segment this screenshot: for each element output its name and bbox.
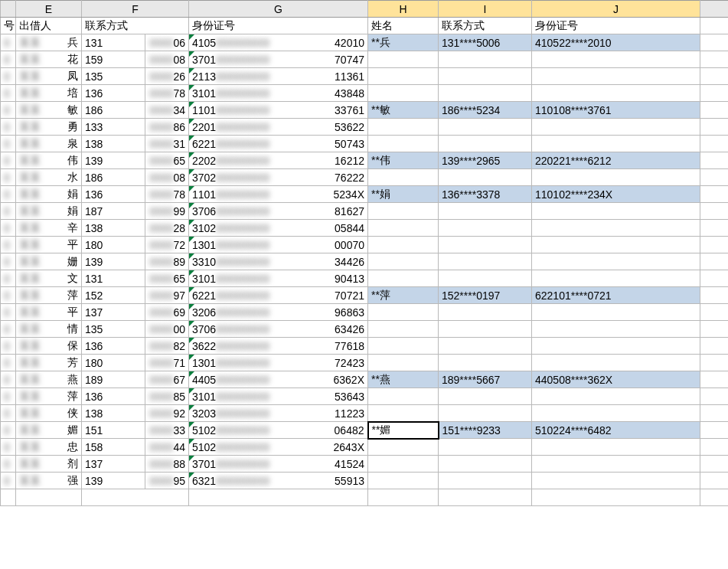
cell-masked-phone[interactable] (439, 51, 532, 68)
cell-masked-phone[interactable]: 131****5006 (439, 34, 532, 51)
cell-masked-phone[interactable]: 151****9233 (439, 422, 532, 439)
cell[interactable] (700, 338, 729, 355)
cell-id[interactable]: 11010000000005234X (189, 186, 368, 203)
cell[interactable]: 0 (1, 355, 16, 371)
cell-masked-name[interactable] (368, 237, 439, 253)
cell-masked-id[interactable] (532, 51, 700, 68)
cell-phone[interactable]: 137000088 (82, 456, 189, 473)
cell-masked-phone[interactable]: 186****5234 (439, 102, 532, 119)
cell[interactable]: 0 (1, 371, 16, 388)
cell-id[interactable]: 510200000000006482 (189, 422, 368, 439)
cell[interactable]: 0 (1, 136, 16, 152)
cell[interactable] (700, 119, 729, 136)
cell-name[interactable]: 某某勇 (16, 119, 82, 136)
cell[interactable]: 0 (1, 473, 16, 489)
col-header-d[interactable] (1, 1, 16, 18)
cell[interactable] (700, 186, 729, 203)
cell-masked-id[interactable] (532, 456, 700, 473)
cell-name[interactable]: 某某凤 (16, 68, 82, 85)
cell-id[interactable]: 632100000000055913 (189, 473, 368, 489)
cell-id[interactable]: 320600000000096863 (189, 304, 368, 321)
cell-phone[interactable]: 136000082 (82, 338, 189, 355)
cell[interactable]: 0 (1, 338, 16, 355)
col-header-k[interactable] (700, 1, 729, 18)
cell-masked-phone[interactable] (439, 456, 532, 473)
cell-masked-phone[interactable] (439, 68, 532, 85)
cell[interactable] (700, 237, 729, 253)
cell-phone[interactable]: 137000069 (82, 304, 189, 321)
cell-masked-name[interactable] (368, 51, 439, 68)
cell[interactable] (439, 489, 532, 506)
cell[interactable] (532, 489, 700, 506)
cell[interactable]: 0 (1, 203, 16, 220)
cell-phone[interactable]: 158000044 (82, 439, 189, 456)
cell-phone[interactable]: 159000008 (82, 51, 189, 68)
cell-phone[interactable]: 138000028 (82, 220, 189, 237)
cell-phone[interactable]: 133000086 (82, 119, 189, 136)
cell-masked-name[interactable] (368, 85, 439, 102)
cell[interactable] (700, 136, 729, 152)
cell-masked-phone[interactable] (439, 304, 532, 321)
cell[interactable]: 联系方式 (439, 18, 532, 34)
cell[interactable] (700, 270, 729, 287)
cell-phone[interactable]: 152000097 (82, 287, 189, 304)
cell-masked-phone[interactable]: 136****3378 (439, 186, 532, 203)
cell[interactable] (700, 85, 729, 102)
cell-masked-id[interactable] (532, 355, 700, 371)
cell-name[interactable]: 某某平 (16, 304, 82, 321)
cell-id[interactable]: 220100000000053622 (189, 119, 368, 136)
cell-name[interactable]: 某某芳 (16, 355, 82, 371)
cell-masked-name[interactable] (368, 338, 439, 355)
cell-masked-name[interactable] (368, 473, 439, 489)
cell-masked-id[interactable] (532, 321, 700, 338)
cell-masked-id[interactable] (532, 85, 700, 102)
cell-id[interactable]: 362200000000077618 (189, 338, 368, 355)
cell-phone[interactable]: 186000034 (82, 102, 189, 119)
cell-id[interactable]: 331000000000034426 (189, 253, 368, 270)
cell[interactable] (700, 253, 729, 270)
cell-name[interactable]: 某某伟 (16, 152, 82, 169)
cell-masked-id[interactable] (532, 270, 700, 287)
cell[interactable] (700, 203, 729, 220)
cell-phone[interactable]: 135000000 (82, 321, 189, 338)
cell-phone[interactable]: 180000071 (82, 355, 189, 371)
cell-masked-name[interactable]: **娟 (368, 186, 439, 203)
cell-id[interactable]: 370600000000063426 (189, 321, 368, 338)
cell-name[interactable]: 某某文 (16, 270, 82, 287)
cell-name[interactable]: 某某强 (16, 473, 82, 489)
cell-phone[interactable]: 131000006 (82, 34, 189, 51)
cell[interactable] (16, 489, 82, 506)
cell-masked-id[interactable] (532, 439, 700, 456)
cell-name[interactable]: 某某侠 (16, 405, 82, 422)
cell-masked-id[interactable]: 622101****0721 (532, 287, 700, 304)
cell-phone[interactable]: 136000078 (82, 186, 189, 203)
cell-masked-id[interactable]: 110102****234X (532, 186, 700, 203)
cell[interactable]: 姓名 (368, 18, 439, 34)
cell-id[interactable]: 211300000000011361 (189, 68, 368, 85)
cell[interactable] (700, 287, 729, 304)
cell-masked-name[interactable] (368, 253, 439, 270)
cell-masked-name[interactable] (368, 321, 439, 338)
cell-masked-name[interactable] (368, 405, 439, 422)
cell-id[interactable]: 130100000000072423 (189, 355, 368, 371)
cell-masked-id[interactable] (532, 136, 700, 152)
cell-name[interactable]: 某某娟 (16, 203, 82, 220)
col-header-h[interactable]: H (368, 1, 439, 18)
cell[interactable]: 0 (1, 321, 16, 338)
col-header-g[interactable]: G (189, 1, 368, 18)
cell-masked-id[interactable] (532, 304, 700, 321)
cell-name[interactable]: 某某兵 (16, 34, 82, 51)
cell-masked-id[interactable] (532, 405, 700, 422)
cell-name[interactable]: 某某燕 (16, 371, 82, 388)
cell-phone[interactable]: 151000033 (82, 422, 189, 439)
cell[interactable]: 0 (1, 220, 16, 237)
col-header-j[interactable]: J (532, 1, 700, 18)
cell-phone[interactable]: 136000078 (82, 85, 189, 102)
cell[interactable]: 0 (1, 34, 16, 51)
cell[interactable]: 0 (1, 422, 16, 439)
cell-id[interactable]: 410500000000042010 (189, 34, 368, 51)
cell-id[interactable]: 622100000000070721 (189, 287, 368, 304)
cell-id[interactable]: 220200000000016212 (189, 152, 368, 169)
cell[interactable]: 0 (1, 287, 16, 304)
cell-masked-id[interactable] (532, 203, 700, 220)
